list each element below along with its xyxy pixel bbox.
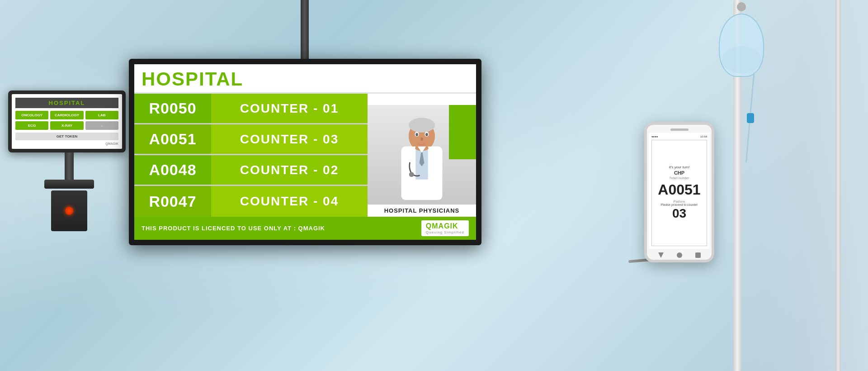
phone-outer: ●●●● 10:58 It's your turn! CHP Ticket nu… <box>644 122 714 262</box>
hospital-header: HOSPITAL <box>134 64 476 94</box>
kiosk: HOSPITAL ONCOLOGY CARDIOLOGY LAB ECG X-R… <box>8 90 130 231</box>
kiosk-btn-xray[interactable]: X-RAY <box>50 121 83 130</box>
kiosk-get-token-btn[interactable]: GET TOKEN <box>15 133 118 140</box>
kiosk-header: HOSPITAL <box>15 98 118 108</box>
phone-platform-label: Platform <box>673 200 685 203</box>
kiosk-btn-dash[interactable]: - <box>85 121 118 130</box>
counter-03: COUNTER - 03 <box>211 124 368 154</box>
kiosk-btn-lab[interactable]: LAB <box>85 111 118 119</box>
kiosk-logo: HOSPITAL <box>49 100 85 106</box>
phone-status-bar: ●●●● 10:58 <box>651 135 707 138</box>
queue-list: R0050 COUNTER - 01 A0051 COUNTER - 03 A0… <box>134 94 368 217</box>
kiosk-reader-light <box>65 207 73 215</box>
main-display-wrap: HOSPITAL R0050 COUNTER - 01 A0051 COUNTE… <box>129 59 481 245</box>
hospital-title: HOSPITAL <box>142 70 469 89</box>
ticket-r0050: R0050 <box>134 94 211 123</box>
iv-bag <box>714 5 769 77</box>
phone-counter-number: 03 <box>672 206 686 221</box>
footer-license-text: THIS PRODUCT IS LICENCED TO USE ONLY AT … <box>142 225 325 232</box>
screen-footer: THIS PRODUCT IS LICENCED TO USE ONLY AT … <box>134 217 476 240</box>
iv-connector <box>747 113 754 123</box>
kiosk-btn-cardiology[interactable]: CARDIOLOGY <box>50 111 83 119</box>
counter-02: COUNTER - 02 <box>211 155 368 185</box>
svg-point-11 <box>409 172 414 177</box>
svg-point-5 <box>409 118 435 133</box>
phone-proceed-label: Please proceed to counter <box>661 203 698 206</box>
green-accent <box>449 105 476 159</box>
phone-ticket-label: Ticket number <box>669 176 689 180</box>
doctor-image <box>368 105 476 205</box>
phone-speaker <box>670 128 689 131</box>
kiosk-card-reader <box>51 190 87 231</box>
svg-point-8 <box>415 133 418 136</box>
kiosk-screen: HOSPITAL ONCOLOGY CARDIOLOGY LAB ECG X-R… <box>8 90 126 152</box>
counter-01: COUNTER - 01 <box>211 94 368 123</box>
queue-row-4: R0047 COUNTER - 04 <box>134 186 368 217</box>
physicians-label: HOSPITAL PHYSICIANS <box>368 205 476 217</box>
footer-brand-name: QMAGIK Queuing Simplified <box>426 222 464 234</box>
phone-nav-bar <box>647 252 712 260</box>
kiosk-btn-oncology[interactable]: ONCOLOGY <box>15 111 48 119</box>
phone-recents-icon[interactable] <box>695 252 701 258</box>
mobile-phone: ●●●● 10:58 It's your turn! CHP Ticket nu… <box>644 122 714 262</box>
doctor-panel: HOSPITAL PHYSICIANS <box>368 94 476 217</box>
queue-row-1: R0050 COUNTER - 01 <box>134 94 368 124</box>
queue-row-2: A0051 COUNTER - 03 <box>134 124 368 155</box>
svg-point-9 <box>425 133 428 136</box>
kiosk-btn-ecg[interactable]: ECG <box>15 121 48 130</box>
ticket-a0051: A0051 <box>134 124 211 154</box>
kiosk-btn-row2: ECG X-RAY - <box>15 121 118 130</box>
screen-content: HOSPITAL R0050 COUNTER - 01 A0051 COUNTE… <box>134 64 476 240</box>
ticket-a0048: A0048 <box>134 155 211 185</box>
phone-screen: ●●●● 10:58 It's your turn! CHP Ticket nu… <box>649 133 710 249</box>
phone-home-icon[interactable] <box>677 252 682 258</box>
svg-point-0 <box>722 46 761 73</box>
phone-its-your-turn: It's your turn! <box>669 165 690 169</box>
screen-mount-pole <box>301 0 309 66</box>
phone-ticket-number: A0051 <box>658 181 700 198</box>
phone-chp: CHP <box>674 170 684 176</box>
right-rail <box>835 0 841 371</box>
ticket-r0047: R0047 <box>134 186 211 217</box>
kiosk-stand <box>65 152 74 180</box>
counter-04: COUNTER - 04 <box>211 186 368 217</box>
queue-row-3: A0048 COUNTER - 02 <box>134 155 368 186</box>
queue-area: R0050 COUNTER - 01 A0051 COUNTER - 03 A0… <box>134 94 476 217</box>
footer-brand-badge: QMAGIK Queuing Simplified <box>421 220 469 236</box>
phone-back-icon[interactable] <box>658 252 664 258</box>
kiosk-service-buttons: ONCOLOGY CARDIOLOGY LAB <box>15 111 118 119</box>
kiosk-base <box>44 180 94 189</box>
doctor-svg <box>386 109 458 200</box>
main-display-screen: HOSPITAL R0050 COUNTER - 01 A0051 COUNTE… <box>129 59 481 245</box>
kiosk-brand: QMAGIK <box>15 142 118 145</box>
svg-point-10 <box>420 138 423 141</box>
